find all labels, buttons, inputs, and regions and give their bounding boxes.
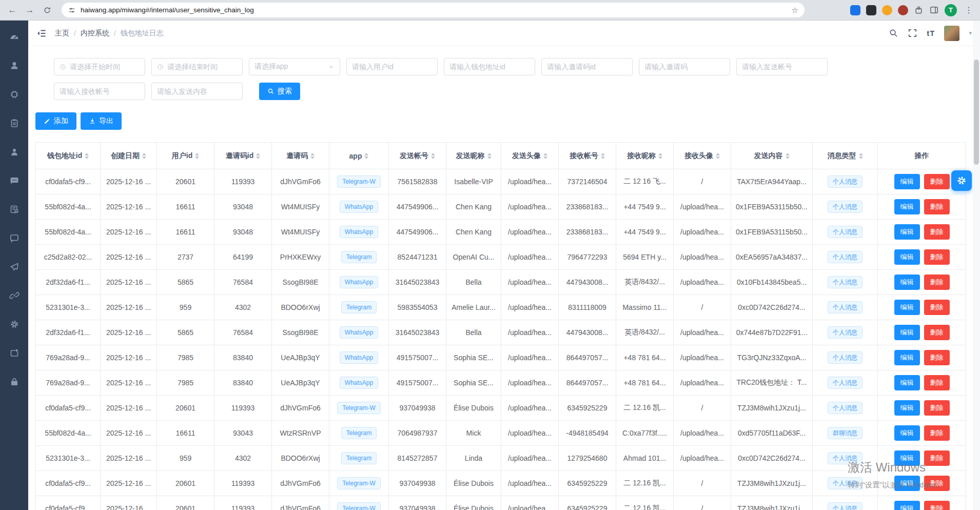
- recv-account-field[interactable]: [54, 83, 145, 100]
- delete-button[interactable]: 删除: [924, 375, 950, 390]
- url-text[interactable]: haiwang.app/miwang#/internal/user_sensit…: [81, 6, 787, 14]
- sidebar-item-dashboard[interactable]: [9, 32, 19, 42]
- sort-carets-icon[interactable]: [786, 153, 790, 159]
- sort-carets-icon[interactable]: [364, 153, 368, 159]
- edit-button[interactable]: 编辑: [894, 375, 920, 390]
- scrollbar[interactable]: [973, 21, 980, 510]
- delete-button[interactable]: 删除: [924, 400, 950, 416]
- edit-button[interactable]: 编辑: [894, 249, 920, 265]
- send-content-field[interactable]: [151, 83, 243, 100]
- column-header-recv_avatar[interactable]: 接收头像: [674, 143, 731, 169]
- sidebar-item-push[interactable]: [9, 262, 19, 272]
- address-bar[interactable]: haiwang.app/miwang#/internal/user_sensit…: [62, 3, 805, 17]
- column-header-recv_nick[interactable]: 接收昵称: [616, 143, 674, 169]
- delete-button[interactable]: 删除: [924, 274, 950, 290]
- extension-dark[interactable]: [866, 5, 876, 15]
- start-time-picker[interactable]: [54, 58, 145, 75]
- sidebar-item-export[interactable]: [9, 348, 19, 358]
- add-button[interactable]: 添加: [35, 112, 76, 130]
- sort-carets-icon[interactable]: [601, 153, 605, 159]
- column-header-invite_id[interactable]: 邀请码id: [214, 143, 272, 169]
- avatar[interactable]: [944, 26, 959, 41]
- user-id-input[interactable]: [352, 63, 432, 71]
- column-header-user_id[interactable]: 用户id: [157, 143, 214, 169]
- export-button[interactable]: 导出: [81, 112, 122, 130]
- sort-carets-icon[interactable]: [716, 153, 720, 159]
- edit-button[interactable]: 编辑: [894, 224, 920, 240]
- forward-icon[interactable]: →: [23, 3, 37, 17]
- scrollbar-thumb[interactable]: [974, 60, 979, 165]
- sort-carets-icon[interactable]: [859, 153, 863, 159]
- edit-button[interactable]: 编辑: [894, 350, 920, 365]
- sort-carets-icon[interactable]: [431, 153, 435, 159]
- caret-down-icon[interactable]: ▾: [969, 30, 972, 36]
- sort-carets-icon[interactable]: [487, 153, 492, 159]
- column-header-content[interactable]: 发送内容: [731, 143, 813, 169]
- delete-button[interactable]: 删除: [924, 174, 950, 189]
- sidebar-item-members[interactable]: [9, 147, 19, 157]
- column-header-send_nick[interactable]: 发送昵称: [446, 143, 501, 169]
- sort-carets-icon[interactable]: [85, 153, 89, 159]
- puzzle-icon[interactable]: [914, 5, 924, 15]
- column-header-created[interactable]: 创建日期: [101, 143, 157, 169]
- kebab-menu-icon[interactable]: ⋮: [963, 5, 975, 15]
- delete-button[interactable]: 删除: [924, 476, 950, 491]
- search-button[interactable]: 搜索: [259, 83, 300, 100]
- edit-button[interactable]: 编辑: [894, 425, 920, 441]
- delete-button[interactable]: 删除: [924, 450, 950, 466]
- extension-orange[interactable]: [882, 5, 892, 15]
- send-account-input[interactable]: [742, 63, 822, 71]
- column-header-invite_code[interactable]: 邀请码: [272, 143, 329, 169]
- invite-code-input[interactable]: [644, 63, 724, 71]
- delete-button[interactable]: 删除: [924, 300, 950, 315]
- browser-profile-avatar[interactable]: T: [945, 4, 957, 16]
- sort-carets-icon[interactable]: [543, 153, 547, 159]
- delete-button[interactable]: 删除: [924, 425, 950, 441]
- edit-button[interactable]: 编辑: [894, 501, 920, 510]
- extension-blue[interactable]: [850, 5, 860, 15]
- wallet-id-field[interactable]: [444, 58, 535, 75]
- sidebar-item-system[interactable]: [9, 89, 19, 100]
- column-settings-button[interactable]: [951, 170, 972, 191]
- breadcrumb-module[interactable]: 内控系统: [81, 29, 109, 38]
- invite-code-field[interactable]: [639, 58, 730, 75]
- extension-red[interactable]: [898, 5, 908, 15]
- sort-carets-icon[interactable]: [256, 153, 260, 159]
- invite-id-field[interactable]: [541, 58, 633, 75]
- edit-button[interactable]: 编辑: [894, 300, 920, 315]
- end-time-input[interactable]: [167, 63, 237, 71]
- edit-button[interactable]: 编辑: [894, 325, 920, 340]
- sidebar-item-security[interactable]: [9, 377, 19, 387]
- reload-icon[interactable]: [40, 3, 54, 17]
- column-header-send_avatar[interactable]: 发送头像: [501, 143, 559, 169]
- column-header-msg_type[interactable]: 消息类型: [813, 143, 878, 169]
- edit-button[interactable]: 编辑: [894, 274, 920, 290]
- fullscreen-icon[interactable]: [908, 28, 917, 38]
- sidebar-item-audit[interactable]: [9, 204, 19, 214]
- side-panel-icon[interactable]: [929, 5, 939, 15]
- delete-button[interactable]: 删除: [924, 224, 950, 240]
- sidebar-collapse-icon[interactable]: [36, 28, 47, 38]
- delete-button[interactable]: 删除: [924, 249, 950, 265]
- sort-carets-icon[interactable]: [142, 153, 146, 159]
- wallet-id-input[interactable]: [449, 63, 530, 71]
- edit-button[interactable]: 编辑: [894, 476, 920, 491]
- delete-button[interactable]: 删除: [924, 199, 950, 214]
- breadcrumb-home[interactable]: 主页: [55, 29, 69, 38]
- sort-carets-icon[interactable]: [195, 153, 199, 159]
- sidebar-item-links[interactable]: [9, 290, 19, 301]
- column-header-send_account[interactable]: 发送帐号: [389, 143, 446, 169]
- column-header-recv_account[interactable]: 接收帐号: [559, 143, 616, 169]
- sidebar-item-messages[interactable]: [9, 175, 19, 186]
- recv-account-input[interactable]: [60, 87, 140, 95]
- tune-icon[interactable]: [68, 6, 76, 14]
- edit-button[interactable]: 编辑: [894, 199, 920, 214]
- send-content-input[interactable]: [157, 87, 237, 95]
- invite-id-input[interactable]: [547, 63, 627, 71]
- sort-carets-icon[interactable]: [658, 153, 662, 159]
- send-account-field[interactable]: [736, 58, 828, 75]
- app-select[interactable]: 请选择app: [249, 58, 340, 75]
- delete-button[interactable]: 删除: [924, 350, 950, 365]
- start-time-input[interactable]: [70, 63, 140, 71]
- edit-button[interactable]: 编辑: [894, 174, 920, 189]
